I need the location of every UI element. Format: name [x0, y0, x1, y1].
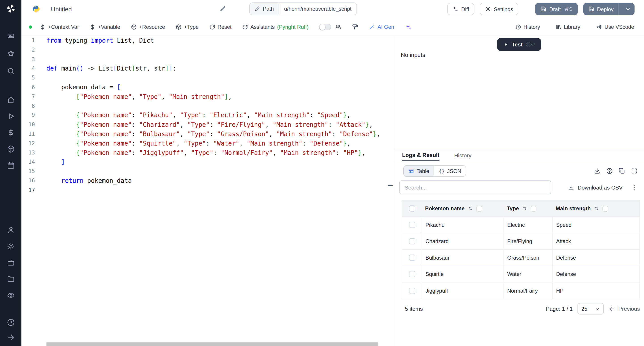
horizontal-scrollbar[interactable] — [46, 343, 383, 346]
row-checkbox[interactable] — [409, 271, 415, 277]
sidebar-item-users[interactable] — [0, 221, 22, 238]
sidebar-item-resources[interactable] — [0, 141, 22, 157]
deploy-dropdown-button[interactable] — [622, 6, 634, 12]
add-type-button[interactable]: +Type — [176, 24, 198, 30]
user-icon — [7, 226, 14, 233]
sort-icon[interactable] — [522, 206, 528, 211]
table-view-button[interactable]: Table — [404, 166, 434, 176]
add-variable-button[interactable]: +Variable — [90, 24, 120, 30]
result-view-controls: Table {} JSON — [394, 165, 644, 176]
expand-icon — [631, 168, 637, 174]
assistants-button[interactable]: Assistants (Pyright Ruff) — [242, 24, 308, 30]
diff-button[interactable]: Diff — [447, 3, 474, 15]
download-result-button[interactable] — [594, 168, 600, 174]
chevron-down-icon — [595, 306, 600, 311]
column-toggle[interactable] — [531, 206, 537, 211]
table-row[interactable]: PikachuElectricSpeed — [402, 217, 640, 233]
package-icon — [7, 145, 14, 153]
previous-button[interactable]: Previous — [609, 306, 640, 312]
reset-button[interactable]: Reset — [209, 24, 232, 30]
sort-icon[interactable] — [468, 206, 473, 211]
row-checkbox[interactable] — [409, 288, 415, 294]
settings-label: Settings — [494, 6, 513, 12]
column-label: Type — [507, 205, 519, 212]
table-controls: Download as CSV — [394, 180, 644, 194]
path-button[interactable]: Path u/henri/maneuverable_script — [249, 2, 357, 15]
vscode-button[interactable]: Use VScode — [596, 24, 634, 30]
page-size-select[interactable]: 25 — [578, 303, 604, 314]
table-row[interactable]: SquirtleWaterDefense — [402, 266, 640, 282]
items-count: 5 items — [402, 306, 423, 312]
settings-button[interactable]: Settings — [480, 3, 518, 15]
download-csv-label: Download as CSV — [578, 184, 622, 191]
table-cell: Attack — [556, 238, 571, 244]
json-view-button[interactable]: {} JSON — [434, 166, 466, 176]
row-checkbox[interactable] — [409, 255, 415, 261]
history-button[interactable]: History — [515, 24, 540, 30]
format-button[interactable] — [352, 24, 358, 30]
previous-label: Previous — [618, 306, 640, 312]
dollar-icon — [40, 24, 46, 30]
add-resource-button[interactable]: +Resource — [131, 24, 165, 30]
sidebar-item-audit-logs[interactable] — [0, 287, 22, 303]
expand-result-button[interactable] — [631, 168, 637, 174]
draft-button[interactable]: Draft ⌘S — [535, 3, 578, 15]
sidebar-item-runs[interactable] — [0, 108, 22, 124]
search-icon — [7, 67, 14, 75]
sidebar-item-home[interactable] — [0, 92, 22, 108]
edit-summary-button[interactable] — [220, 6, 226, 12]
sidebar-item-variables[interactable] — [0, 124, 22, 141]
table-row[interactable]: CharizardFire/FlyingAttack — [402, 233, 640, 250]
deploy-button[interactable]: Deploy — [583, 3, 634, 15]
scrollbar-thumb[interactable] — [46, 343, 378, 346]
sidebar — [0, 0, 22, 346]
windmill-logo[interactable] — [0, 4, 22, 14]
row-checkbox[interactable] — [409, 238, 415, 244]
results-panel: Logs & Result History Table {} JSON — [394, 150, 644, 346]
table-header: Pokemon name Type Main strength — [402, 200, 640, 217]
column-header-main-strength[interactable]: Main strength — [552, 200, 639, 216]
path-label-segment: Path — [250, 3, 279, 15]
table-row[interactable]: JigglypuffNormal/FairyHP — [402, 282, 640, 299]
main-area: Untitled Path u/henri/maneuverable_scrip… — [22, 0, 644, 346]
sidebar-item-help[interactable] — [0, 315, 22, 330]
column-header-pokemon-name[interactable]: Pokemon name — [422, 200, 504, 216]
sort-icon[interactable] — [594, 206, 599, 211]
table-row[interactable]: BulbasaurGrass/PoisonDefense — [402, 250, 640, 266]
row-checkbox[interactable] — [409, 222, 415, 228]
sidebar-item-search[interactable] — [0, 62, 22, 80]
save-icon — [541, 6, 546, 12]
column-header-type[interactable]: Type — [504, 200, 552, 216]
results-tabs: Logs & Result History — [394, 150, 644, 161]
sidebar-item-folders[interactable] — [0, 271, 22, 287]
tab-logs-result[interactable]: Logs & Result — [402, 152, 440, 161]
column-toggle[interactable] — [603, 206, 608, 211]
code-editor[interactable]: 1234567891011121314151617 from typing im… — [22, 36, 394, 346]
tab-history[interactable]: History — [454, 153, 471, 161]
path-label: Path — [263, 6, 274, 12]
windmill-logo-icon — [6, 4, 16, 14]
sidebar-item-favorites[interactable] — [0, 45, 22, 62]
sidebar-item-workspace[interactable] — [0, 27, 22, 45]
multiplayer-toggle[interactable] — [319, 24, 331, 30]
result-table: Pokemon name Type Main strength — [402, 200, 640, 299]
ai-gen-button[interactable]: AI Gen — [369, 24, 394, 30]
copy-result-button[interactable] — [618, 168, 625, 174]
table-icon — [408, 168, 414, 174]
library-button[interactable]: Library — [556, 24, 580, 30]
sidebar-item-expand[interactable] — [0, 330, 22, 345]
download-csv-button[interactable]: Download as CSV — [568, 184, 622, 191]
sidebar-item-settings[interactable] — [0, 238, 22, 254]
add-context-var-button[interactable]: +Context Var — [40, 24, 79, 30]
search-input[interactable] — [399, 180, 551, 194]
draft-shortcut: ⌘S — [564, 6, 572, 12]
sidebar-item-schedules[interactable] — [0, 157, 22, 173]
page-title: Untitled — [51, 5, 72, 12]
select-all-checkbox[interactable] — [409, 205, 415, 212]
ai-sparkles-button[interactable] — [405, 24, 411, 30]
more-options-button[interactable] — [631, 184, 637, 191]
column-toggle[interactable] — [476, 206, 482, 211]
result-help-button[interactable] — [606, 168, 613, 174]
sidebar-item-workers[interactable] — [0, 254, 22, 271]
test-button[interactable]: Test ⌘↵ — [497, 38, 541, 51]
